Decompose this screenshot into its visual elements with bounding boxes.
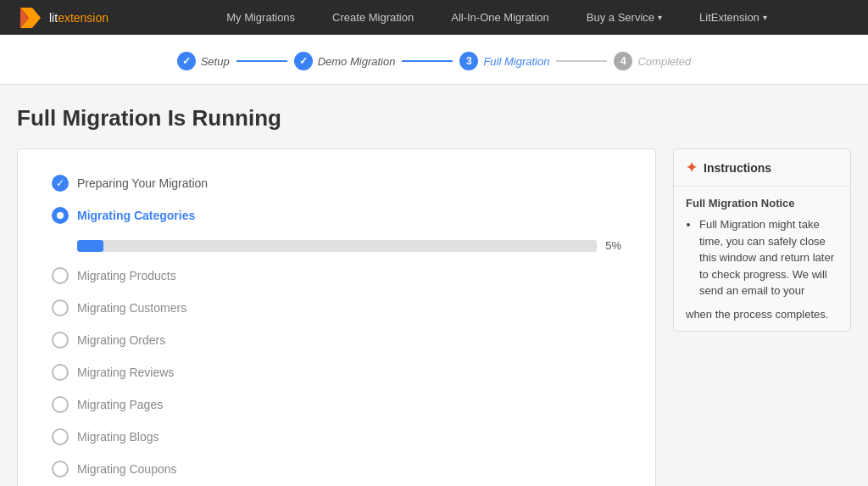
step-completed-label: Completed <box>637 55 691 68</box>
notice-text-2: when the process completes. <box>686 308 838 321</box>
migration-item-reviews-label: Migrating Reviews <box>77 366 174 379</box>
migration-item-customers: Migrating Customers <box>52 299 621 316</box>
migration-item-products: Migrating Products <box>52 267 621 284</box>
step-demo-label: Demo Migration <box>318 55 396 68</box>
step-setup-icon: ✓ <box>177 52 196 70</box>
radio-empty-orders <box>52 332 69 349</box>
migration-item-coupons-label: Migrating Coupons <box>77 462 177 476</box>
progress-label: 5% <box>605 239 621 252</box>
nav-item-all-in-one-migration[interactable]: All-In-One Migration <box>432 0 568 35</box>
migration-item-pages-label: Migrating Pages <box>77 398 163 411</box>
connector-2 <box>402 60 453 62</box>
migration-item-preparing: ✓ Preparing Your Migration <box>52 175 621 192</box>
nav-item-create-migration[interactable]: Create Migration <box>314 0 432 35</box>
instructions-header: ✦ Instructions <box>674 149 850 187</box>
progress-bar-fill <box>77 240 103 252</box>
migration-item-coupons: Migrating Coupons <box>52 461 621 478</box>
chevron-down-icon: ▾ <box>763 13 767 22</box>
instructions-box: ✦ Instructions Full Migration Notice Ful… <box>673 148 851 332</box>
main-content: Full Migration Is Running ✓ Preparing Yo… <box>0 85 868 486</box>
migration-item-blogs: Migrating Blogs <box>52 428 621 445</box>
radio-empty-products <box>52 267 69 284</box>
nav-item-my-migrations[interactable]: My Migrations <box>208 0 314 35</box>
nav-menu: My Migrations Create Migration All-In-On… <box>142 0 851 35</box>
notice-list: Full Migration might take time, you can … <box>686 216 838 299</box>
notice-title: Full Migration Notice <box>686 197 838 209</box>
migration-item-orders: Migrating Orders <box>52 332 621 349</box>
instructions-title: Instructions <box>704 161 771 175</box>
step-completed: 4 Completed <box>614 52 691 70</box>
radio-active-categories <box>52 207 69 224</box>
nav-item-buy-service[interactable]: Buy a Service ▾ <box>568 0 681 35</box>
notice-list-item-1: Full Migration might take time, you can … <box>699 216 838 299</box>
migration-item-customers-label: Migrating Customers <box>77 301 186 315</box>
migration-item-categories: Migrating Categories <box>52 207 621 224</box>
migration-item-categories-label: Migrating Categories <box>77 209 195 222</box>
migration-item-reviews: Migrating Reviews <box>52 364 621 381</box>
stepper: ✓ Setup ✓ Demo Migration 3 Full Migratio… <box>0 35 868 85</box>
instructions-icon: ✦ <box>686 159 697 176</box>
step-full-migration: 3 Full Migration <box>459 52 549 70</box>
migration-item-orders-label: Migrating Orders <box>77 333 165 347</box>
step-setup-label: Setup <box>201 55 230 68</box>
step-setup: ✓ Setup <box>177 52 230 70</box>
connector-3 <box>556 60 607 62</box>
migration-item-products-label: Migrating Products <box>77 269 176 282</box>
step-demo-migration: ✓ Demo Migration <box>294 52 396 70</box>
content-row: ✓ Preparing Your Migration Migrating Cat… <box>17 148 851 486</box>
logo-icon <box>17 4 44 31</box>
step-demo-icon: ✓ <box>294 52 313 70</box>
radio-empty-reviews <box>52 364 69 381</box>
migration-box: ✓ Preparing Your Migration Migrating Cat… <box>17 148 656 486</box>
step-full-icon: 3 <box>459 52 478 70</box>
step-full-label: Full Migration <box>483 55 549 68</box>
migration-item-pages: Migrating Pages <box>52 396 621 413</box>
page-title: Full Migration Is Running <box>17 105 851 131</box>
step-completed-icon: 4 <box>614 52 632 70</box>
nav-item-litextension[interactable]: LitExtension ▾ <box>681 0 786 35</box>
radio-empty-coupons <box>52 461 69 478</box>
radio-empty-pages <box>52 396 69 413</box>
instructions-body: Full Migration Notice Full Migration mig… <box>674 187 850 331</box>
progress-bar-bg <box>77 240 597 252</box>
logo-text: litextension <box>49 11 108 25</box>
progress-container: 5% <box>52 239 621 252</box>
radio-empty-customers <box>52 299 69 316</box>
migration-item-preparing-label: Preparing Your Migration <box>77 176 208 190</box>
brand-logo[interactable]: litextension <box>17 4 108 31</box>
chevron-down-icon: ▾ <box>658 13 662 22</box>
navbar: litextension My Migrations Create Migrat… <box>0 0 868 35</box>
connector-1 <box>236 60 287 62</box>
migration-item-blogs-label: Migrating Blogs <box>77 430 159 444</box>
check-icon-preparing: ✓ <box>52 175 69 192</box>
radio-empty-blogs <box>52 428 69 445</box>
